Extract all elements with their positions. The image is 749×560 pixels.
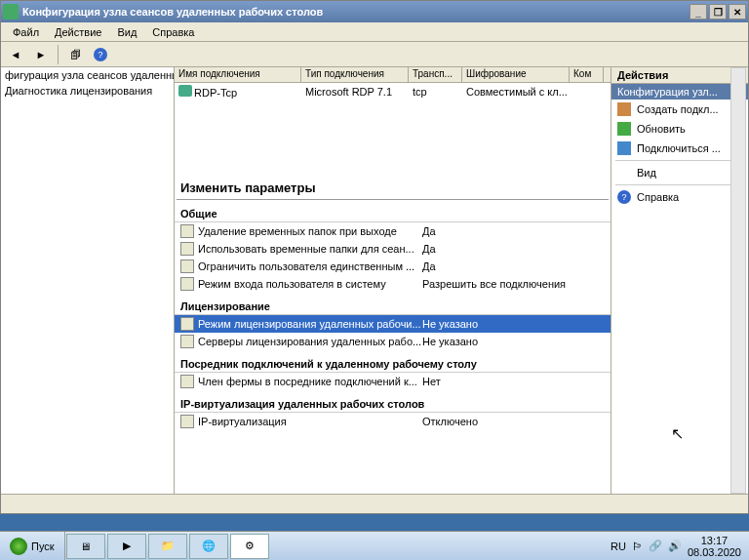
content-area: фигурация узла сеансов удаленны Диагност… xyxy=(1,67,748,494)
action-connect[interactable]: Подключиться ... xyxy=(611,139,748,158)
wizard-icon xyxy=(617,102,631,116)
toolbar: ◄ ► 🗐 ? xyxy=(1,42,748,67)
taskbar-app1[interactable]: 🌐 xyxy=(189,534,228,559)
help-icon[interactable]: ? xyxy=(90,44,111,65)
param-row-selected[interactable]: Режим лицензирования удаленных рабочи...… xyxy=(175,315,611,333)
actions-subheader[interactable]: Конфигурация узл...▲ xyxy=(611,84,748,100)
maximize-button[interactable]: ❐ xyxy=(709,4,727,20)
help-icon: ? xyxy=(617,190,631,204)
blank-icon xyxy=(617,166,631,180)
conn-encryption: Совместимый с кл... xyxy=(462,85,570,99)
connections-list: Имя подключения Тип подключения Трансп..… xyxy=(175,67,611,175)
start-button[interactable]: Пуск xyxy=(0,532,65,561)
actions-header: Действия xyxy=(611,67,748,84)
param-row[interactable]: Удаление временных папок при выходеДа xyxy=(175,222,611,240)
connect-icon xyxy=(617,141,631,155)
back-button[interactable]: ◄ xyxy=(5,44,26,65)
refresh-icon xyxy=(617,122,631,136)
main-window: Конфигурация узла сеансов удаленных рабо… xyxy=(0,0,749,514)
taskbar-server-manager[interactable]: 🖥 xyxy=(66,534,105,559)
doc-icon xyxy=(180,277,194,291)
windows-orb-icon xyxy=(10,538,27,555)
grid-header: Имя подключения Тип подключения Трансп..… xyxy=(175,67,611,83)
param-row[interactable]: Серверы лицензирования удаленных рабо...… xyxy=(175,333,611,350)
parameters-pane: Изменить параметры Общие Удаление времен… xyxy=(175,175,611,494)
tray-volume-icon[interactable]: 🔊 xyxy=(668,540,682,552)
menu-file[interactable]: Файл xyxy=(5,24,47,40)
param-row[interactable]: Режим входа пользователя в системуРазреш… xyxy=(175,275,611,293)
actions-pane: Действия Конфигурация узл...▲ Создать по… xyxy=(611,67,748,494)
doc-icon xyxy=(180,224,194,238)
taskbar-explorer[interactable]: 📁 xyxy=(148,534,187,559)
action-help[interactable]: ?Справка xyxy=(611,187,748,207)
window-title: Конфигурация узла сеансов удаленных рабо… xyxy=(22,6,323,18)
tree-pane: фигурация узла сеансов удаленны Диагност… xyxy=(1,67,175,494)
param-row[interactable]: Ограничить пользователя единственным ...… xyxy=(175,258,611,275)
system-tray: RU 🏳 🔗 🔊 13:17 08.03.2020 xyxy=(603,535,749,558)
refresh-icon[interactable]: 🗐 xyxy=(64,44,86,65)
connection-icon xyxy=(178,85,192,97)
conn-name: RDP-Tcp xyxy=(194,87,237,99)
doc-icon xyxy=(180,335,194,348)
param-row[interactable]: IP-виртуализацияОтключено xyxy=(175,413,611,430)
menu-action[interactable]: Действие xyxy=(47,24,109,40)
doc-icon xyxy=(180,242,194,256)
action-view[interactable]: Вид▸ xyxy=(611,163,748,182)
doc-icon xyxy=(180,260,194,273)
section-general: Общие xyxy=(175,204,611,222)
forward-button[interactable]: ► xyxy=(30,44,52,65)
tray-network-icon[interactable]: 🔗 xyxy=(649,540,662,552)
section-ipvirt: IP-виртуализация удаленных рабочих столо… xyxy=(175,394,611,413)
clock[interactable]: 13:17 08.03.2020 xyxy=(688,535,741,558)
minimize-button[interactable]: _ xyxy=(690,4,707,20)
param-row[interactable]: Член фермы в посреднике подключений к...… xyxy=(175,373,611,390)
action-create-connection[interactable]: Создать подкл... xyxy=(611,100,748,119)
section-broker: Посредник подключений к удаленному рабоч… xyxy=(175,354,611,373)
conn-transport: tcp xyxy=(409,85,462,99)
col-name[interactable]: Имя подключения xyxy=(175,67,301,82)
statusbar xyxy=(1,494,748,513)
doc-icon xyxy=(180,415,194,428)
language-indicator[interactable]: RU xyxy=(611,540,626,552)
params-title: Изменить параметры xyxy=(177,175,609,200)
param-row[interactable]: Использовать временные папки для сеан...… xyxy=(175,240,611,258)
tray-flag-icon[interactable]: 🏳 xyxy=(632,540,643,552)
app-icon xyxy=(3,4,19,20)
close-button[interactable]: ✕ xyxy=(729,4,746,20)
conn-type: Microsoft RDP 7.1 xyxy=(301,85,409,99)
menu-view[interactable]: Вид xyxy=(109,24,144,40)
col-transport[interactable]: Трансп... xyxy=(409,67,462,82)
taskbar-powershell[interactable]: ▶ xyxy=(107,534,146,559)
connection-row[interactable]: RDP-Tcp Microsoft RDP 7.1 tcp Совместимы… xyxy=(175,83,611,100)
taskbar: Пуск 🖥 ▶ 📁 🌐 ⚙ RU 🏳 🔗 🔊 13:17 08.03.2020 xyxy=(0,531,749,560)
tree-item-config[interactable]: фигурация узла сеансов удаленны xyxy=(1,67,174,83)
menubar: Файл Действие Вид Справка xyxy=(1,22,748,42)
doc-icon xyxy=(180,317,194,331)
tree-item-licensing-diag[interactable]: Диагностика лицензирования xyxy=(1,83,174,99)
scrollbar[interactable] xyxy=(730,67,746,494)
col-comment[interactable]: Ком xyxy=(570,67,604,82)
taskbar-rdsconfig[interactable]: ⚙ xyxy=(230,534,269,559)
main-pane: Имя подключения Тип подключения Трансп..… xyxy=(175,67,611,494)
doc-icon xyxy=(180,375,194,388)
col-type[interactable]: Тип подключения xyxy=(301,67,409,82)
col-encryption[interactable]: Шифрование xyxy=(462,67,570,82)
menu-help[interactable]: Справка xyxy=(144,24,202,40)
action-refresh[interactable]: Обновить xyxy=(611,119,748,139)
titlebar[interactable]: Конфигурация узла сеансов удаленных рабо… xyxy=(1,1,748,22)
section-licensing: Лицензирование xyxy=(175,297,611,315)
